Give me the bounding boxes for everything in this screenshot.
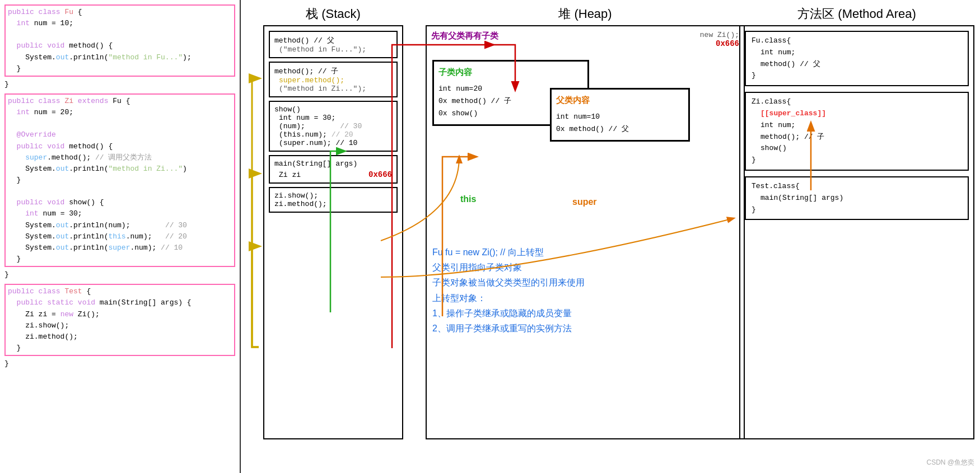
- test-class-section: public class Test { public static void m…: [4, 284, 235, 356]
- test-class-name: Test.class{: [752, 181, 962, 193]
- fu-class-num: int num;: [752, 47, 962, 59]
- test-class-main: main(String[] args): [752, 193, 962, 204]
- fu-method-close: }: [8, 63, 232, 74]
- zi-class-num: int num;: [752, 120, 962, 132]
- show-frame-num-print: (num); // 30: [274, 122, 392, 130]
- diagram-area: 栈 (Stack) method() // 父 ("method in Fu..…: [241, 0, 980, 473]
- zi-close: }: [4, 269, 235, 280]
- test-show-call: zi.show();: [8, 320, 232, 331]
- stack-zi-show: zi.show();: [274, 191, 392, 200]
- heap-fu-num: int num=10: [556, 111, 684, 123]
- zi-method-frame-super: super.method();: [274, 76, 392, 85]
- heap-description: Fu fu = new Zi(); // 向上转型 父类引用指向子类对象 子类对…: [432, 245, 585, 336]
- this-label: this: [460, 194, 476, 204]
- show-frame-num: int num = 30;: [274, 114, 392, 122]
- test-class-header: public class Test {: [8, 286, 232, 297]
- zi-class-super-link: [[super_class]]: [752, 108, 962, 120]
- stack-frame-main: main(String[] args) Zi zi 0x666: [269, 155, 398, 184]
- test-method-call: zi.method();: [8, 331, 232, 343]
- fu-num-field: int num = 10;: [8, 18, 232, 29]
- fu-method-body: System.out.println("method in Fu...");: [8, 52, 232, 63]
- fu-close: }: [4, 79, 235, 90]
- fu-method-frame-content: ("method in Fu...");: [274, 45, 392, 54]
- fu-class-section: public class Fu { int num = 10; public v…: [4, 4, 235, 77]
- super-label: super: [572, 197, 597, 207]
- test-class-close: }: [752, 204, 962, 216]
- heap-border: 先有父类再有子类 new Zi(); 0x666 子类内容 int num=20…: [426, 25, 745, 439]
- method-section: 方法区 (Method Area) Fu.class{ int num; met…: [734, 0, 980, 473]
- fu-blank1: [8, 29, 232, 40]
- zi-class-method: method(); // 子: [752, 132, 962, 143]
- zi-method-body: System.out.println("method in Zi..."): [8, 163, 232, 175]
- zi-println-num: System.out.println(num); // 30: [8, 220, 232, 231]
- zi-method-sig: public void method() {: [8, 141, 232, 152]
- zi-super-call: super.method(); // 调用父类方法: [8, 152, 232, 163]
- test-main-close: }: [8, 343, 232, 354]
- method-border: Fu.class{ int num; method() // 父 } Zi.cl…: [739, 25, 974, 439]
- stack-frame-fu-method: method() // 父 ("method in Fu...");: [269, 31, 398, 58]
- zi-show-close: }: [8, 254, 232, 265]
- desc-line-2: 父类引用指向子类对象: [432, 260, 585, 275]
- zi-println-super: System.out.println(super.num); // 10: [8, 242, 232, 254]
- desc-line-1: Fu fu = new Zi(); // 向上转型: [432, 245, 585, 260]
- code-panel: public class Fu { int num = 10; public v…: [0, 0, 241, 473]
- test-class-method-box: Test.class{ main(String[] args) }: [745, 176, 969, 220]
- stack-border: method() // 父 ("method in Fu..."); metho…: [263, 25, 403, 439]
- stack-frame-zi-method: method(); // 子 super.method(); ("method …: [269, 62, 398, 97]
- fu-method-frame-title: method() // 父: [274, 35, 392, 45]
- show-frame-title: show(): [274, 105, 392, 114]
- stack-zi-method: zi.method();: [274, 200, 392, 208]
- zi-method-frame-title: method(); // 子: [274, 66, 392, 76]
- desc-line-4: 上转型对象：: [432, 291, 585, 306]
- heap-fu-method: 0x method() // 父: [556, 123, 684, 135]
- method-area-title: 方法区 (Method Area): [734, 0, 980, 25]
- desc-line-5: 1、操作子类继承或隐藏的成员变量: [432, 306, 585, 321]
- test-close: }: [4, 358, 235, 369]
- show-frame-supernum: (super.num); // 10: [274, 139, 392, 147]
- zi-method-frame-body: ("method in Zi...");: [274, 85, 392, 93]
- main-frame-title: main(String[] args): [274, 160, 392, 168]
- stack-title: 栈 (Stack): [258, 0, 409, 25]
- stack-section: 栈 (Stack) method() // 父 ("method in Fu..…: [258, 0, 409, 473]
- show-frame-thisnum: (this.num); // 20: [274, 130, 392, 139]
- zi-class-show: show(): [752, 143, 962, 154]
- fu-class-method: method() // 父: [752, 59, 962, 71]
- zi-class-close: }: [752, 154, 962, 166]
- zi-num-field: int num = 20;: [8, 107, 232, 118]
- watermark: CSDN @鱼悠奕: [926, 458, 974, 467]
- zi-blank1: [8, 118, 232, 129]
- test-main-sig: public static void main(String[] args) {: [8, 297, 232, 308]
- heap-title: 堆 (Heap): [420, 0, 750, 25]
- zi-class-header: public class Zi extends Fu {: [8, 96, 232, 107]
- zi-show-sig: public void show() {: [8, 197, 232, 208]
- desc-line-3: 子类对象被当做父类类型的引用来使用: [432, 275, 585, 290]
- main-frame-zi-var: Zi zi: [279, 171, 301, 179]
- heap-section: 堆 (Heap) 先有父类再有子类 new Zi(); 0x666 子类内容 i…: [420, 0, 750, 473]
- zi-class-section: public class Zi extends Fu { int num = 2…: [4, 93, 235, 267]
- stack-frame-calls: zi.show(); zi.method();: [269, 187, 398, 213]
- heap-fu-title: 父类内容: [556, 94, 684, 109]
- desc-line-6: 2、调用子类继承或重写的实例方法: [432, 321, 585, 336]
- zi-override: @Override: [8, 129, 232, 141]
- heap-label-top: 先有父类再有子类: [431, 31, 498, 41]
- zi-class-method-box: Zi.class{ [[super_class]] int num; metho…: [745, 92, 969, 171]
- fu-class-name: Fu.class{: [752, 35, 962, 47]
- zi-println-this: System.out.println(this.num); // 20: [8, 231, 232, 242]
- zi-class-name: Zi.class{: [752, 96, 962, 108]
- fu-class-close: }: [752, 70, 962, 82]
- test-zi-decl: Zi zi = new Zi();: [8, 309, 232, 320]
- main-frame-addr: 0x666: [368, 170, 392, 179]
- fu-class-method-box: Fu.class{ int num; method() // 父 }: [745, 31, 969, 86]
- fu-method-sig: public void method() {: [8, 40, 232, 51]
- heap-zi-title: 子类内容: [438, 66, 583, 81]
- zi-method-close: }: [8, 175, 232, 186]
- heap-fu-box: 父类内容 int num=10 0x method() // 父: [550, 88, 690, 142]
- zi-show-num: int num = 30;: [8, 208, 232, 219]
- zi-blank2: [8, 186, 232, 197]
- stack-frame-show: show() int num = 30; (num); // 30 (this.…: [269, 101, 398, 152]
- fu-class-header: public class Fu {: [8, 7, 232, 18]
